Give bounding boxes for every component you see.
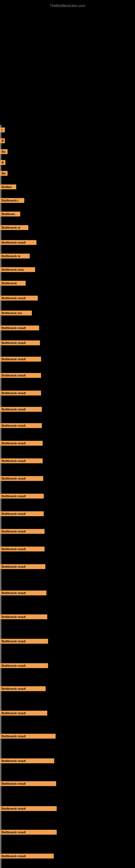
bar-row: Bottleneck result: [0, 340, 40, 346]
bottleneck-result-bar[interactable]: Bottleneck result: [0, 326, 39, 330]
bar-row: Bottleneck result: [0, 686, 46, 692]
bar-row: Bottleneck result: [0, 734, 56, 740]
bar-row: Bottleneck result: [0, 529, 45, 535]
bottleneck-result-bar[interactable]: Bottleneck result: [0, 441, 43, 446]
bar-row: Bottleneck result: [0, 614, 47, 620]
bottleneck-result-bar[interactable]: Bottleneck result: [0, 734, 56, 739]
bottleneck-result-bar[interactable]: Bottleneck result: [0, 373, 41, 378]
bar-row: Bottleneck re: [0, 225, 28, 231]
bar-row: Bottleneck result: [0, 547, 45, 553]
bar-row: Bottleneck result: [0, 663, 48, 669]
bottleneck-result-bar[interactable]: Bottleneck result: [0, 830, 57, 835]
bottleneck-result-bar[interactable]: Bottleneck: [0, 281, 26, 286]
bottleneck-result-bar[interactable]: Bottleneck re: [0, 225, 28, 230]
bar-row: |: [0, 127, 5, 133]
bottleneck-result-bar[interactable]: Bo: [0, 171, 8, 176]
bar-row: Bottleneck result: [0, 854, 54, 860]
bar-row: B: [0, 160, 5, 166]
bar-row: Bottleneck result: [0, 806, 57, 812]
bar-row: Bottleneck result: [0, 240, 37, 246]
bottleneck-result-bar[interactable]: Bottleneck result: [0, 340, 40, 345]
bottleneck-result-bar[interactable]: Bottleneck result: [0, 806, 57, 811]
bottleneck-result-bar[interactable]: Bottleneck result: [0, 854, 54, 859]
bottleneck-result-bar[interactable]: Bottleneck result: [0, 240, 37, 245]
bottleneck-result-bar[interactable]: Bottleneck result: [0, 494, 44, 499]
bottleneck-result-bar[interactable]: Bottlenec: [0, 212, 20, 216]
bar-row: Bottlenec: [0, 212, 20, 218]
bar-row: Bottleneck result: [0, 494, 44, 500]
bottleneck-result-bar[interactable]: Bottleneck result: [0, 357, 41, 362]
bottleneck-result-bar[interactable]: Bo: [0, 149, 8, 154]
site-title: TheBottlenecker.com: [0, 1, 135, 9]
bottleneck-result-bar[interactable]: Bottleneck result: [0, 590, 46, 595]
bar-row: Bottleneck result: [0, 564, 45, 570]
bar-row: Bottleneck r: [0, 198, 24, 204]
bar-row: Bottleneck result: [0, 391, 41, 397]
bottleneck-result-bar[interactable]: Bottleneck result: [0, 511, 44, 516]
bottleneck-result-bar[interactable]: Bottleneck result: [0, 423, 42, 428]
bar-row: Bo: [0, 149, 8, 155]
bar-row: Bottleneck result: [0, 711, 47, 717]
bar-row: Bottleneck result: [0, 296, 38, 302]
bar-row: Bottleneck: [0, 281, 26, 287]
bar-row: B: [0, 138, 5, 144]
bar-row: Bottlen: [0, 184, 16, 190]
bottleneck-result-bar[interactable]: Bottleneck result: [0, 407, 42, 412]
bottleneck-result-bar[interactable]: Bottleneck result: [0, 614, 47, 619]
bar-row: Bo: [0, 171, 8, 177]
bottleneck-result-bar[interactable]: Bottleneck result: [0, 663, 48, 668]
bottleneck-result-bar[interactable]: Bottleneck resu: [0, 267, 35, 272]
bottleneck-result-bar[interactable]: Bottleneck re: [0, 254, 30, 258]
bar-row: Bottleneck result: [0, 458, 43, 464]
bottleneck-result-bar[interactable]: Bottleneck result: [0, 639, 48, 644]
bar-row: Bottleneck result: [0, 590, 46, 596]
bottleneck-result-bar[interactable]: Bottleneck result: [0, 564, 45, 569]
bar-row: Bottleneck result: [0, 511, 44, 517]
bar-row: Bottleneck result: [0, 830, 57, 836]
bottleneck-result-bar[interactable]: Bottleneck result: [0, 781, 56, 786]
bottleneck-result-bar[interactable]: B: [0, 138, 5, 143]
bottleneck-result-bar[interactable]: Bottleneck result: [0, 547, 45, 552]
bottleneck-result-bar[interactable]: Bottlen: [0, 184, 16, 189]
bottleneck-result-bar[interactable]: Bottleneck result: [0, 391, 41, 396]
bottleneck-result-bar[interactable]: |: [0, 127, 5, 132]
bottleneck-result-bar[interactable]: Bottleneck result: [0, 476, 43, 481]
bottleneck-result-bar[interactable]: Bottleneck result: [0, 758, 54, 763]
bar-row: Bottleneck result: [0, 758, 54, 764]
bottleneck-result-bar[interactable]: Bottleneck r: [0, 198, 24, 203]
bar-row: Bottleneck result: [0, 476, 43, 482]
bar-row: Bottleneck result: [0, 373, 41, 379]
bottleneck-result-bar[interactable]: Bottleneck result: [0, 458, 43, 463]
bar-row: Bottleneck result: [0, 326, 39, 332]
bar-row: Bottleneck result: [0, 441, 43, 447]
bar-row: Bottleneck re: [0, 254, 30, 259]
bar-row: Bottleneck res: [0, 311, 32, 316]
bottleneck-result-bar[interactable]: B: [0, 160, 5, 165]
bar-row: Bottleneck resu: [0, 267, 35, 273]
bottleneck-result-bar[interactable]: Bottleneck res: [0, 311, 32, 315]
bar-row: Bottleneck result: [0, 407, 42, 413]
bottleneck-result-bar[interactable]: Bottleneck result: [0, 711, 47, 716]
bar-row: Bottleneck result: [0, 781, 56, 787]
bottleneck-result-bar[interactable]: Bottleneck result: [0, 296, 38, 301]
bar-row: Bottleneck result: [0, 639, 48, 645]
bottleneck-result-bar[interactable]: Bottleneck result: [0, 686, 46, 691]
bottleneck-result-bar[interactable]: Bottleneck result: [0, 529, 45, 534]
bar-row: Bottleneck result: [0, 357, 41, 363]
bar-row: Bottleneck result: [0, 423, 42, 429]
